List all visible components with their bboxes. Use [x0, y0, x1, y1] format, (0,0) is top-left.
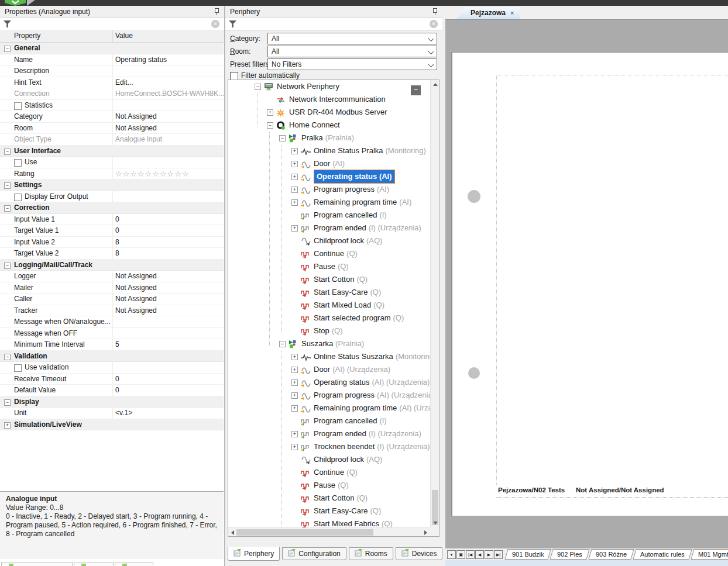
property-row[interactable]: Statistics	[0, 100, 224, 112]
property-group-row[interactable]: −Display	[0, 396, 224, 408]
checkbox[interactable]	[14, 102, 22, 110]
property-value[interactable]: 8	[115, 248, 119, 260]
tree-item-operating-status[interactable]: +Operating status(AI) (Urządzenia)	[228, 376, 430, 389]
property-row[interactable]: NameOperating status	[0, 54, 224, 66]
tree-item-remaining-program-time[interactable]: +Remaining program time(AI) (Urządzenia)	[228, 402, 430, 415]
property-value[interactable]: 0	[115, 385, 119, 396]
tree-item-remaining-program-time[interactable]: +Remaining program time(AI)	[228, 196, 430, 209]
property-row[interactable]: RoomNot Assigned	[0, 123, 224, 134]
scroll-left-arrow-icon[interactable]	[231, 530, 234, 535]
property-row[interactable]: Message when OFF	[0, 328, 224, 340]
tree-expander-icon[interactable]: +	[291, 444, 298, 450]
property-row[interactable]: Hint TextEdit...	[0, 77, 224, 89]
sheet-tab-m01-mgmt[interactable]: M01 Mgmt	[691, 549, 728, 560]
property-value[interactable]: Operating status	[115, 54, 167, 66]
property-row[interactable]: ConnectionHomeConnect.BOSCH-WAVH8K...	[0, 88, 224, 100]
sheet-prev-button[interactable]: ◀	[475, 550, 484, 559]
tree-item-pause[interactable]: −Pause(Q)	[228, 260, 430, 273]
tree-expander-icon[interactable]: +	[291, 379, 298, 386]
property-row[interactable]: Display Error Output	[0, 191, 224, 203]
property-row[interactable]: Target Value 10	[0, 225, 224, 237]
tree-item-start-mixed-fabrics[interactable]: −Start Mixed Fabrics(Q)	[228, 517, 430, 527]
tree-expander-icon[interactable]: +	[291, 367, 298, 373]
property-value[interactable]: 0	[115, 225, 119, 237]
tree-item-operating-status-ai[interactable]: +Operating status (AI)	[228, 170, 430, 183]
checkbox[interactable]	[14, 194, 22, 201]
property-row[interactable]: Input Value 10	[0, 214, 224, 226]
tree-item-childproof-lock[interactable]: −Childproof lock(AQ)	[228, 234, 430, 247]
tree-expander-icon[interactable]: −	[255, 84, 261, 90]
tree-item-suszarka[interactable]: −Suszarka(Pralnia)	[228, 337, 430, 350]
category-select[interactable]: All	[267, 33, 437, 44]
tree-item-start-cotton[interactable]: −Start Cotton(Q)	[228, 273, 430, 286]
rating-stars[interactable]: ☆☆☆☆☆☆☆☆☆☆	[115, 168, 190, 180]
property-value[interactable]: 8	[115, 237, 119, 249]
property-group-row[interactable]: −Correction	[0, 202, 224, 214]
tree-item-continue[interactable]: −Continue(Q)	[228, 466, 430, 479]
property-row[interactable]: Receive Timeout0	[0, 374, 224, 385]
tab-rooms[interactable]: Rooms	[349, 547, 393, 560]
scroll-right-arrow-icon[interactable]	[424, 530, 427, 535]
tree-item-pralka[interactable]: −Pralka(Pralnia)	[228, 132, 430, 144]
tree-horizontal-scrollbar[interactable]	[228, 527, 430, 536]
tree-item-start-mixed-load[interactable]: −Start Mixed Load(Q)	[228, 299, 430, 312]
stub-tab[interactable]	[74, 562, 114, 566]
property-value[interactable]: Analogue input	[115, 134, 162, 146]
tree-item-door[interactable]: +Door(AI) (Urządzenia)	[228, 363, 430, 376]
group-expander-icon[interactable]: −	[4, 205, 11, 212]
tree-item-program-cancelled[interactable]: −Program cancelled(I)	[228, 415, 430, 427]
stub-tab[interactable]	[115, 562, 153, 566]
tree-vertical-scrollbar[interactable]	[430, 80, 439, 527]
property-value[interactable]: Not Assigned	[115, 123, 157, 134]
property-group-row[interactable]: −Logging/Mail/Call/Track	[0, 260, 224, 271]
property-value[interactable]: Not Assigned	[115, 294, 157, 305]
checkbox[interactable]	[14, 364, 22, 372]
tree-expander-icon[interactable]: +	[291, 187, 298, 193]
properties-filter-row[interactable]	[0, 18, 224, 30]
tree-expander-icon[interactable]: +	[291, 405, 298, 412]
sheet-tab-902-pies[interactable]: 902 Pies	[550, 549, 590, 560]
tree-expander-icon[interactable]: +	[291, 431, 298, 437]
property-group-row[interactable]: −User Interface	[0, 146, 224, 157]
tree-expander-icon[interactable]: −	[279, 135, 286, 142]
property-row[interactable]: CallerNot Assigned	[0, 294, 224, 305]
design-workspace[interactable]: Pejzazowa/N02 Tests Not Assigned/Not Ass…	[445, 19, 728, 549]
tab-configuration[interactable]: Configuration	[282, 547, 346, 560]
close-icon[interactable]: ×	[510, 7, 514, 19]
column-divider[interactable]	[112, 30, 113, 42]
tree-expander-icon[interactable]: +	[291, 225, 298, 232]
sheet-tab-901-budzik[interactable]: 901 Budzik	[504, 549, 551, 560]
tree-expander-icon[interactable]: +	[291, 199, 298, 206]
tree-item-childproof-lock[interactable]: −Childproof lock(AQ)	[228, 453, 430, 466]
tree-item-online-status-pralka[interactable]: +Online Status Pralka(Monitoring)	[228, 144, 430, 157]
property-row[interactable]: Use	[0, 157, 224, 168]
tree-item-start-easy-care[interactable]: −Start Easy-Care(Q)	[228, 286, 430, 299]
widget-circle[interactable]	[468, 190, 480, 203]
tree-item-continue[interactable]: −Continue(Q)	[228, 247, 430, 260]
tree-item-network-periphery[interactable]: −Network Periphery	[228, 80, 430, 93]
tree-item-program-progress[interactable]: +Program progress(AI)	[228, 183, 430, 196]
property-value[interactable]: Not Assigned	[115, 271, 157, 282]
periphery-filter-row[interactable]	[225, 18, 442, 30]
visualization-page[interactable]: Pejzazowa/N02 Tests Not Assigned/Not Ass…	[451, 52, 728, 516]
tree-expander-icon[interactable]: +	[291, 161, 298, 167]
widget-circle[interactable]	[468, 367, 480, 379]
sheet-first-button[interactable]: |◀	[466, 550, 475, 559]
group-expander-icon[interactable]: −	[4, 354, 11, 360]
property-row[interactable]: MailerNot Assigned	[0, 282, 224, 294]
property-group-row[interactable]: −Settings	[0, 180, 224, 191]
sheet-overview-button[interactable]: ▣	[456, 550, 465, 559]
pin-icon[interactable]	[432, 8, 437, 15]
clear-filter-button[interactable]	[211, 20, 219, 28]
property-value[interactable]: Edit...	[115, 77, 133, 89]
room-select[interactable]: All	[267, 46, 437, 57]
tree-item-start-cotton[interactable]: −Start Cotton(Q)	[228, 492, 430, 505]
property-row[interactable]: Input Value 28	[0, 237, 224, 249]
property-row[interactable]: Default Value0	[0, 385, 224, 396]
property-group-row[interactable]: −General	[0, 43, 224, 54]
tree-item-stop[interactable]: −Stop(Q)	[228, 325, 430, 337]
horizontal-scroll-thumb[interactable]	[236, 529, 373, 536]
tab-devices[interactable]: Devices	[396, 547, 443, 560]
property-row[interactable]: CategoryNot Assigned	[0, 111, 224, 123]
sheet-last-button[interactable]: ▶|	[494, 550, 503, 559]
